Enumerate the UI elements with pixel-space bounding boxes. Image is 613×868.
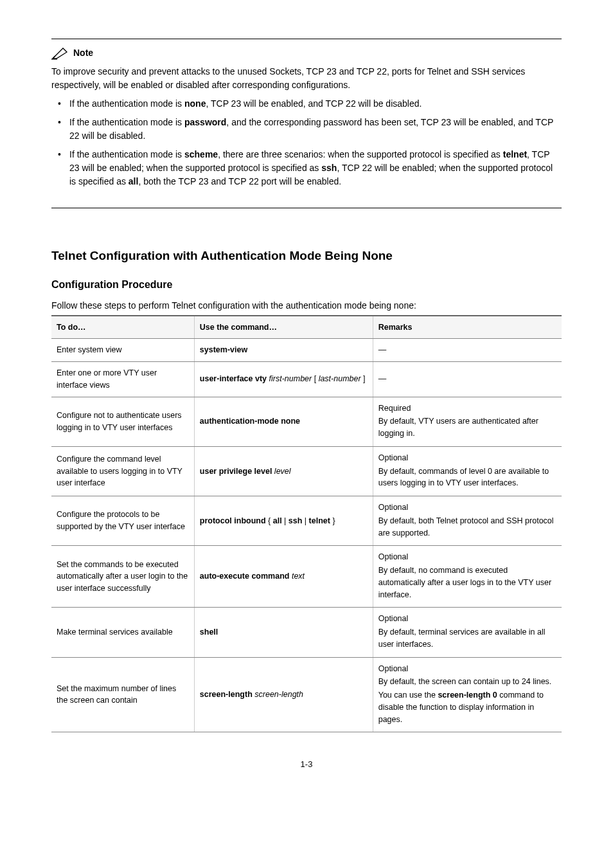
remarks-cell: Optional By default, both Telnet protoco… xyxy=(373,496,562,546)
note-header: Note xyxy=(51,46,562,60)
cmd: user-interface vty xyxy=(200,374,267,383)
config-table: To do… Use the command… Remarks Enter sy… xyxy=(51,315,562,733)
todo-cell: Enter system view xyxy=(51,339,194,362)
steps-caption: Follow these steps to perform Telnet con… xyxy=(51,299,562,312)
note-bullet: If the authentication mode is password, … xyxy=(51,116,562,143)
table-row: Configure not to authenticate users logg… xyxy=(51,397,562,446)
text: If the authentication mode is xyxy=(69,117,184,127)
remark-line: You can use the screen-length 0 command … xyxy=(378,689,556,725)
arg: first-number xyxy=(269,374,312,383)
arg: last-number xyxy=(319,374,361,383)
remark-line: Required xyxy=(378,402,556,415)
todo-cell: Configure the protocols to be supported … xyxy=(51,496,194,546)
note-bullet: If the authentication mode is scheme, th… xyxy=(51,148,562,188)
proto: telnet xyxy=(503,149,527,159)
text: | xyxy=(302,516,308,525)
note-bullets: If the authentication mode is none, TCP … xyxy=(51,97,562,188)
arg: level xyxy=(274,467,291,476)
todo-cell: Make terminal services available xyxy=(51,608,194,657)
table-row: Configure the protocols to be supported … xyxy=(51,496,562,546)
opt: all xyxy=(273,516,282,525)
mode: password xyxy=(184,117,226,127)
remark-line: By default, terminal services are availa… xyxy=(378,626,556,651)
note-icon xyxy=(51,46,69,60)
text: , both the TCP 23 and TCP 22 port will b… xyxy=(138,176,341,186)
remark-line: By default, no command is executed autom… xyxy=(378,565,556,601)
cmd: shell xyxy=(200,628,218,637)
note-box: Note To improve security and prevent att… xyxy=(51,39,562,208)
todo-cell: Set the commands to be executed automati… xyxy=(51,546,194,608)
remarks-cell: Optional By default, the screen can cont… xyxy=(373,657,562,732)
col-remarks: Remarks xyxy=(373,316,562,339)
arg: screen-length xyxy=(254,690,303,699)
text: , TCP 23 will be enabled, and TCP 22 wil… xyxy=(206,98,422,109)
note-body: To improve security and prevent attacks … xyxy=(51,65,562,188)
text: If the authentication mode is xyxy=(69,149,184,159)
todo-cell: Enter one or more VTY user interface vie… xyxy=(51,362,194,397)
table-row: Set the commands to be executed automati… xyxy=(51,546,562,608)
section-heading: Telnet Configuration with Authentication… xyxy=(51,247,562,266)
col-cmd: Use the command… xyxy=(194,316,373,339)
note-label: Note xyxy=(73,46,93,60)
remark-line: Optional xyxy=(378,551,556,563)
cmd-cell: system-view xyxy=(194,339,373,362)
remark-line: Optional xyxy=(378,452,556,464)
col-todo: To do… xyxy=(51,316,194,339)
remark-line: Optional xyxy=(378,502,556,514)
cmd-cell: authentication-mode none xyxy=(194,397,373,446)
text: , there are three scenarios: when the su… xyxy=(218,149,503,159)
cmd: system-view xyxy=(200,345,247,354)
remarks-cell: Optional By default, terminal services a… xyxy=(373,608,562,657)
mode: scheme xyxy=(184,149,218,159)
remarks-cell: Optional By default, commands of level 0… xyxy=(373,446,562,496)
remark-line: Optional xyxy=(378,663,556,675)
cmd-cell: user-interface vty first-number [ last-n… xyxy=(194,362,373,397)
table-row: Set the maximum number of lines the scre… xyxy=(51,657,562,732)
cmd-cell: screen-length screen-length xyxy=(194,657,373,732)
table-row: Enter system view system-view — xyxy=(51,339,562,362)
page-number: 1-3 xyxy=(51,758,562,771)
opt: telnet xyxy=(309,516,330,525)
cmd: auto-execute command xyxy=(200,572,290,581)
table-row: Make terminal services available shell O… xyxy=(51,608,562,657)
proto: ssh xyxy=(321,163,337,173)
todo-cell: Configure the command level available to… xyxy=(51,446,194,496)
table-row: Configure the command level available to… xyxy=(51,446,562,496)
text: If the authentication mode is xyxy=(69,98,184,109)
remarks-cell: Required By default, VTY users are authe… xyxy=(373,397,562,446)
remark-line: By default, both Telnet protocol and SSH… xyxy=(378,515,556,539)
cmd-cell: protocol inbound { all | ssh | telnet } xyxy=(194,496,373,546)
cmd: authentication-mode none xyxy=(200,417,300,426)
opt: ssh xyxy=(289,516,303,525)
text: } xyxy=(330,516,335,525)
subsection-heading: Configuration Procedure xyxy=(51,277,562,293)
todo-cell: Set the maximum number of lines the scre… xyxy=(51,657,194,732)
text: | xyxy=(282,516,289,525)
text: ] xyxy=(361,374,366,383)
note-bullet: If the authentication mode is none, TCP … xyxy=(51,97,562,111)
remarks-cell: — xyxy=(373,362,562,397)
table-row: Enter one or more VTY user interface vie… xyxy=(51,362,562,397)
remark-line: By default, VTY users are authenticated … xyxy=(378,415,556,440)
remark-line: Optional xyxy=(378,613,556,625)
remarks-cell: — xyxy=(373,339,562,362)
remark-line: By default, the screen can contain up to… xyxy=(378,676,556,688)
table-header-row: To do… Use the command… Remarks xyxy=(51,316,562,339)
cmd-cell: user privilege level level xyxy=(194,446,373,496)
todo-cell: Configure not to authenticate users logg… xyxy=(51,397,194,446)
mode: none xyxy=(184,98,206,109)
cmd: screen-length xyxy=(200,690,253,699)
text: [ xyxy=(312,374,318,383)
note-intro: To improve security and prevent attacks … xyxy=(51,65,562,92)
remarks-cell: Optional By default, no command is execu… xyxy=(373,546,562,608)
proto: all xyxy=(129,176,139,186)
text: You can use the xyxy=(378,691,438,700)
cmd-cell: auto-execute command text xyxy=(194,546,373,608)
text: { xyxy=(266,516,273,525)
remark-line: By default, commands of level 0 are avai… xyxy=(378,466,556,490)
cmd: screen-length 0 xyxy=(438,691,497,700)
cmd-cell: shell xyxy=(194,608,373,657)
cmd: protocol inbound xyxy=(200,516,266,525)
arg: text xyxy=(292,572,305,581)
cmd: user privilege level xyxy=(200,467,272,476)
